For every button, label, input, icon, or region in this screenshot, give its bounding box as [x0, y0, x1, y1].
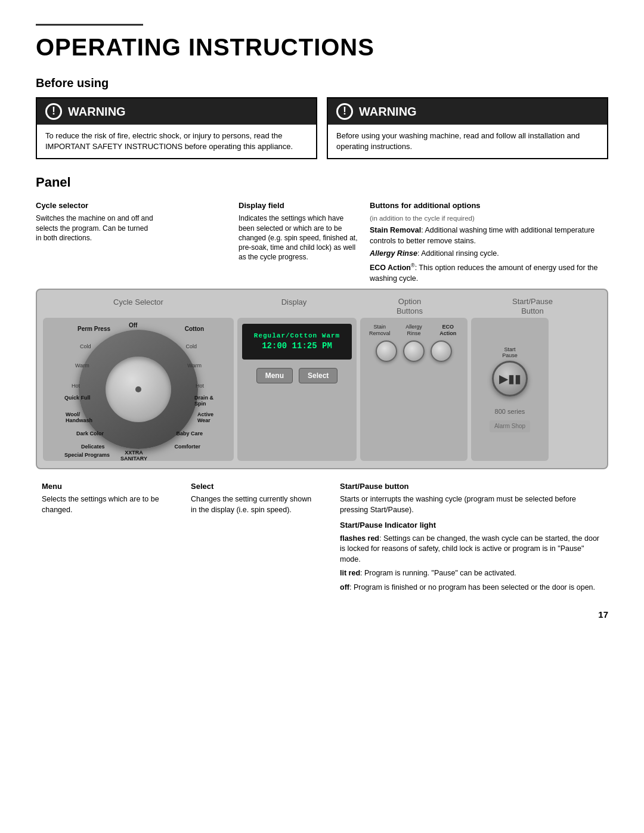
menu-annotation: Menu Selects the settings which are to b…	[42, 481, 167, 596]
display-line1: Regular/Cotton Warm	[254, 332, 340, 340]
alarm-stop-button[interactable]: Alarm Shop	[490, 420, 530, 432]
option-buttons-panel-label: OptionButtons	[357, 297, 463, 315]
display-panel-label: Display	[235, 297, 353, 315]
display-buttons-row: Menu Select	[256, 368, 338, 383]
series-label: 800 series	[495, 407, 525, 416]
panel-wrapper: Cycle Selector Display OptionButtons Sta…	[36, 289, 608, 469]
dial-area[interactable]: Perm Press Off Cotton Cold Cold Warm War…	[73, 324, 204, 455]
dial-center-dot	[135, 386, 141, 392]
allergy-rinse-text: Allergy Rinse: Additional rinsing cycle.	[370, 249, 608, 259]
panel-cycle-section: Perm Press Off Cotton Cold Cold Warm War…	[43, 318, 234, 461]
panel-heading: Panel	[36, 174, 608, 192]
cycle-selector-ann-title: Cycle selector	[36, 200, 239, 211]
lit-red-text: lit red: Program is running. "Pause" can…	[340, 568, 602, 579]
panel-inner: Perm Press Off Cotton Cold Cold Warm War…	[43, 318, 601, 461]
eco-action-label: ECO Action	[370, 264, 411, 272]
dial-label-comforter: Comforter	[174, 443, 200, 451]
option-buttons-ann-subtitle: (in addition to the cycle if required)	[370, 213, 608, 223]
upper-annotations: Cycle selector Switches the machine on a…	[36, 200, 608, 286]
dial-label-baby-care: Baby Care	[176, 430, 203, 438]
display-field-annotation: Display field Indicates the settings whi…	[239, 200, 370, 286]
off-text: off: Program is finished or no program h…	[340, 583, 602, 593]
eco-reg-symbol: ®	[411, 262, 415, 268]
start-pause-ann-title: Start/Pause button	[340, 481, 602, 492]
start-pause-ann-body: Starts or interrupts the washing cycle (…	[340, 494, 602, 515]
stain-removal-btn-label: StainRemoval	[365, 324, 394, 337]
warning-header-2: ! WARNING	[328, 98, 607, 125]
dial-label-xxtra-sanitary: XXTRASANITARY	[120, 450, 147, 462]
cycle-selector-ann-body: Switches the machine on and off and sele…	[36, 213, 155, 243]
warning-body-1: To reduce the risk of fire, electric sho…	[37, 125, 316, 158]
cycle-selector-annotation: Cycle selector Switches the machine on a…	[36, 200, 239, 286]
dial-label-warm-left: Warm	[75, 362, 89, 370]
display-screen: Regular/Cotton Warm 12:00 11:25 PM	[242, 324, 352, 360]
dial-label-hot-right: Hot	[196, 382, 204, 390]
start-pause-button[interactable]: ▶▮▮	[492, 361, 528, 397]
page-number: 17	[36, 608, 608, 621]
lit-red-body: : Program is running. "Pause" can be act…	[360, 569, 516, 577]
stain-removal-button[interactable]	[376, 340, 397, 362]
stain-removal-text: Stain Removal: Additional washing time w…	[370, 225, 608, 246]
dial-label-active-wear: ActiveWear	[197, 412, 213, 424]
eco-action-button[interactable]	[431, 340, 452, 362]
dial-label-dark-color: Dark Color	[76, 430, 104, 438]
select-ann-title: Select	[191, 481, 316, 492]
allergy-rinse-body: : Additional rinsing cycle.	[417, 249, 499, 258]
start-pause-indicator-title: Start/Pause Indicator light	[340, 520, 602, 531]
dial-label-hot-left: Hot	[72, 382, 80, 390]
panel-display-section: Regular/Cotton Warm 12:00 11:25 PM Menu …	[237, 318, 357, 461]
eco-action-btn-label: ECOAction	[434, 324, 463, 337]
cycle-selector-panel-label: Cycle Selector	[45, 297, 231, 315]
dial-label-warm-right: Warm	[187, 362, 202, 370]
eco-action-text: ECO Action®: This option reduces the amo…	[370, 262, 608, 284]
warning-icon-2: !	[336, 103, 353, 120]
post-panel-annotations: Menu Selects the settings which are to b…	[36, 481, 608, 596]
option-buttons-ann-title: Buttons for additional options	[370, 200, 608, 211]
flashes-red-text: flashes red: Settings can be changed, th…	[340, 534, 602, 565]
warning-icon-1: !	[45, 103, 62, 120]
dial-label-cotton: Cotton	[185, 325, 204, 333]
start-label: StartPause	[502, 347, 518, 359]
warnings-row: ! WARNING To reduce the risk of fire, el…	[36, 97, 608, 159]
dial-label-quick-full: Quick Full	[64, 395, 91, 401]
display-field-ann-body: Indicates the settings which have been s…	[239, 213, 358, 262]
allergy-rinse-label: Allergy Rinse	[370, 249, 417, 258]
top-rule	[36, 24, 608, 26]
dial-label-perm-press: Perm Press	[78, 325, 110, 333]
lit-red-label: lit red	[340, 569, 360, 577]
warning-header-1: ! WARNING	[37, 98, 316, 125]
menu-ann-title: Menu	[42, 481, 167, 492]
select-button[interactable]: Select	[299, 368, 338, 383]
stain-removal-label: Stain Removal	[370, 226, 421, 234]
dial-label-drain-spin: Drain &Spin	[194, 395, 213, 407]
start-pause-annotation: Start/Pause button Starts or interrupts …	[340, 481, 602, 596]
dial-label-special-programs: Special Programs	[64, 451, 110, 459]
warning-box-2: ! WARNING Before using your washing mach…	[327, 97, 608, 159]
menu-button[interactable]: Menu	[256, 368, 293, 383]
option-buttons-annotation: Buttons for additional options (in addit…	[370, 200, 608, 286]
before-using-heading: Before using	[36, 75, 608, 91]
menu-ann-body: Selects the settings which are to be cha…	[42, 494, 167, 515]
select-ann-body: Changes the setting currently shown in t…	[191, 494, 316, 515]
allergy-rinse-button[interactable]	[403, 340, 425, 362]
dial-inner-knob[interactable]	[106, 357, 171, 422]
dial-label-cold-left: Cold	[80, 343, 91, 351]
dial-label-delicates: Delicates	[81, 443, 105, 451]
display-field-ann-title: Display field	[239, 200, 370, 211]
warning-box-1: ! WARNING To reduce the risk of fire, el…	[36, 97, 317, 159]
warning-title-2: WARNING	[359, 103, 417, 120]
flashes-red-label: flashes red	[340, 534, 379, 543]
off-body: : Program is finished or no program has …	[349, 583, 595, 592]
start-pause-labels-row: StartPause	[502, 347, 518, 359]
dial-label-off: Off	[129, 321, 137, 330]
off-label: off	[340, 583, 349, 592]
start-pause-panel-label: Start/PauseButton	[466, 297, 599, 315]
warning-body-2: Before using your washing machine, read …	[328, 125, 607, 158]
panel-section-labels-row: Cycle Selector Display OptionButtons Sta…	[43, 297, 601, 315]
allergy-rinse-btn-label: AllergyRinse	[399, 324, 428, 337]
option-buttons-row	[376, 340, 452, 362]
dial-label-wool: Wool/Handwash	[66, 412, 92, 424]
display-line2: 12:00 11:25 PM	[262, 340, 332, 352]
panel-start-section: StartPause ▶▮▮ 800 series Alarm Shop	[471, 318, 549, 461]
select-annotation: Select Changes the setting currently sho…	[191, 481, 316, 596]
